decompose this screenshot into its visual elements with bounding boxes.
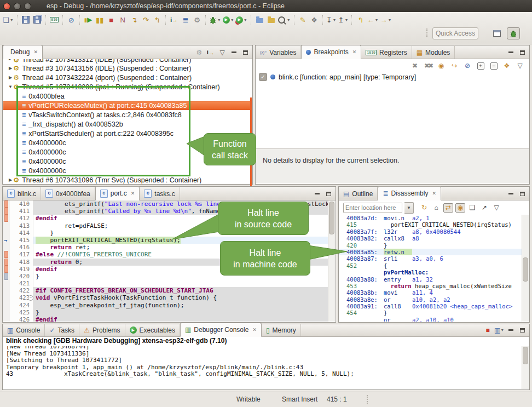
tab-tasks[interactable]: ✓Tasks [45,324,79,336]
location-dropdown-icon[interactable]: ▼ [404,202,414,214]
back-icon[interactable]: ←▾ [366,14,379,26]
dropdown-icon[interactable]: ▾ [9,18,14,22]
step-over-icon[interactable]: ↷ [140,14,152,26]
tab-debugger-console[interactable]: ▥Debugger Console✕ [180,323,262,337]
disassembly-line[interactable]: 40083a87:srlia3, a0, 6 [339,255,522,262]
annotation-ruler[interactable]: → [3,237,10,244]
tab-problems[interactable]: ⚠Problems [79,324,125,336]
tab-port-c[interactable]: cport.c✕ [95,186,140,200]
fold-icon[interactable]: − [28,295,33,301]
maximize-icon[interactable] [517,48,527,57]
step-into-icon[interactable]: ↴ [129,14,140,26]
disassembly-line[interactable]: pvPortMalloc: [339,269,522,276]
open-in-icon[interactable]: ↗ [479,203,489,213]
breakpoint-item[interactable]: ✓ blink.c [function: app_main] [type: Te… [259,73,416,81]
step-filters-icon[interactable]: ⚙ [192,14,203,26]
last-edit-location-icon[interactable]: ↰ [355,14,366,26]
resume-icon[interactable]: ▮▶ [83,14,94,26]
disassembly-line[interactable]: 40083a88:entrya1, 32 [339,276,522,283]
annotation-ruler[interactable] [3,287,10,294]
disassembly-line[interactable]: →40083a85:retw.n [339,249,522,255]
stack-frame-row[interactable]: ≡vPortCPUReleaseMutex() at port.c:415 0x… [3,101,252,110]
thread-row[interactable]: ▶⚙Thread #3 1073413156 (IDLE) (Suspended… [3,64,252,73]
disassembly-line[interactable]: 452{ [339,262,522,269]
dropdown-icon[interactable]: ▾ [230,18,235,22]
forward-icon[interactable]: →▾ [379,14,392,26]
console-output[interactable]: [New Thread 1073468744][New Thread 10734… [3,346,522,389]
instruction-step-icon[interactable]: i→ [169,14,180,26]
annotation-ruler[interactable] [3,222,10,230]
close-icon[interactable]: ✕ [252,327,257,333]
view-menu-icon[interactable]: ▽ [217,48,227,57]
expand-icon[interactable]: ▶ [8,66,13,71]
debug-icon[interactable]: ▾ [209,14,222,26]
tab-blink-c[interactable]: cblink.c [3,187,41,200]
refresh-icon[interactable]: ↻ [419,203,429,213]
code-line[interactable]: 425} [3,309,328,316]
dropdown-icon[interactable]: ▾ [387,18,392,22]
minimize-icon[interactable] [506,48,516,57]
code-line[interactable]: 421 [3,280,328,287]
scrollbar-thumb[interactable] [523,347,528,364]
dropdown-icon[interactable]: ▾ [243,18,248,22]
maximize-icon[interactable] [517,189,527,198]
next-annotation-icon[interactable]: ↧▾ [326,14,338,26]
expand-all-icon[interactable]: + [476,61,485,71]
instruction-stepping-icon[interactable]: i→ [206,48,216,57]
annotation-ruler[interactable] [3,259,10,266]
console-scrollbar[interactable] [522,346,529,389]
tab-disassembly[interactable]: ≣Disassembly✕ [378,186,441,200]
annotation-ruler[interactable] [3,280,10,287]
close-icon[interactable]: ✕ [432,191,436,196]
disassembly-line[interactable]: 453 return heap_caps_malloc(xWantedSize [339,283,522,289]
tab-tasks-c[interactable]: ctasks.c [140,187,180,200]
thread-row[interactable]: ▶⚙Thread #4 1073432224 (dport) (Suspende… [3,73,252,82]
previous-annotation-icon[interactable]: ↥▾ [338,14,350,26]
debug-perspective-icon[interactable] [507,27,520,39]
minimize-icon[interactable] [312,189,322,198]
dropdown-icon[interactable]: ▾ [286,18,291,22]
dropdown-icon[interactable]: ▾ [332,18,337,22]
close-icon[interactable]: ✕ [131,191,135,196]
disassembly-line[interactable]: 415 portEXIT_CRITICAL_NESTED(irqStatus) [339,221,522,228]
follow-pc-icon[interactable]: ◉ [455,203,465,213]
terminate-icon[interactable]: ■ [106,14,117,26]
location-input[interactable] [343,203,402,213]
suspend-icon[interactable]: ▮▮ [94,14,106,26]
expand-icon[interactable]: ▶ [8,75,13,80]
annotation-ruler[interactable] [3,316,10,322]
step-return-icon[interactable]: ↰ [152,14,163,26]
skip-all-breakpoints-icon[interactable]: ⊘ [66,14,77,26]
binary-display-icon[interactable]: 010 [49,14,60,26]
group-by-icon[interactable]: ❖ [502,61,512,71]
maximize-icon[interactable] [240,48,250,57]
disassembly-line[interactable]: 40083a8b:movia11, 4 [339,289,522,296]
tab-outline[interactable]: ▤Outline [339,187,378,200]
save-all-icon[interactable] [32,14,43,26]
tab-memory[interactable]: ▯Memory [262,324,301,336]
annotation-ruler[interactable] [3,251,10,258]
annotation-ruler[interactable] [3,215,10,222]
view-menu-icon[interactable]: ▽ [515,61,525,71]
code-line[interactable]: 424 esp_set_breakpoint_if_jtag(function)… [3,302,328,309]
disassembly-line[interactable]: 454} [339,309,522,316]
tab-console[interactable]: ▥Console [3,324,45,336]
tab-executables[interactable]: ▶Executables [125,324,180,336]
code-line[interactable]: 422#if CONFIG_FREERTOS_BREAK_ON_SCHEDULE… [3,287,328,294]
tab-breakpoints[interactable]: Breakpoints✕ [301,45,361,59]
show-breakpoints-for-icon[interactable]: ◉ [436,61,446,71]
dropdown-icon[interactable]: ▾ [217,18,222,22]
thread-row-clipped[interactable]: ▶⚙Thread #2 1073413312 (IDLE) (Suspended… [3,59,252,64]
annotation-ruler[interactable] [3,273,10,280]
remove-all-terminated-icon[interactable]: ⚙ [194,48,204,57]
close-icon[interactable]: ✕ [352,49,357,55]
external-tools-icon[interactable]: ▶▾ [235,14,248,26]
open-element-icon[interactable] [265,14,277,26]
view-menu-icon[interactable]: ▽ [491,203,501,213]
thread-row[interactable]: ▶⚙Thread #6 1073431096 (Tmr Svc) (Suspen… [3,175,252,184]
minimize-icon[interactable] [506,189,516,198]
annotation-ruler[interactable] [3,230,10,237]
minimize-icon[interactable] [506,325,516,335]
minimize-icon[interactable] [229,48,239,57]
window-maximize-button[interactable] [24,3,31,10]
